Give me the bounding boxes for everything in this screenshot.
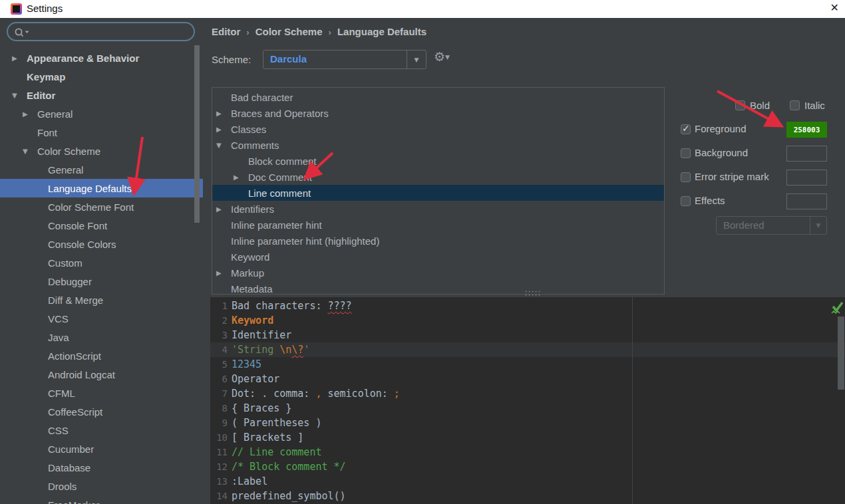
- preview-editor[interactable]: 1Bad characters: ????2Keyword3Identifier…: [210, 297, 845, 504]
- sidebar-item-drools[interactable]: Drools: [0, 477, 203, 495]
- attribute-item-inline-parameter-hint[interactable]: Inline parameter hint: [212, 217, 664, 233]
- sidebar-scrollbar[interactable]: [194, 45, 200, 223]
- error-stripe-mark-color-field[interactable]: [786, 170, 827, 186]
- editor-scrollbar[interactable]: [838, 316, 844, 390]
- sidebar-item-font[interactable]: Font: [0, 123, 203, 142]
- sidebar-item-general[interactable]: ▶General: [0, 104, 203, 123]
- sidebar-item-freemarker[interactable]: FreeMarker: [0, 495, 203, 504]
- sidebar-item-actionscript[interactable]: ActionScript: [0, 346, 203, 365]
- effects-checkbox[interactable]: [681, 196, 691, 206]
- sidebar-item-label: Android Logcat: [48, 369, 115, 380]
- bold-label: Bold: [750, 100, 770, 111]
- attribute-item-classes[interactable]: ▶Classes: [212, 121, 664, 137]
- attribute-item-identifiers[interactable]: ▶Identifiers: [212, 201, 664, 217]
- search-box[interactable]: [7, 22, 195, 41]
- preview-line-1[interactable]: 1Bad characters: ????: [210, 299, 845, 313]
- breadcrumb-item-color-scheme[interactable]: Color Scheme: [255, 26, 323, 37]
- inspections-ok-icon[interactable]: [830, 299, 844, 316]
- sidebar-item-language-defaults[interactable]: Language Defaults: [0, 179, 203, 197]
- preview-line-6[interactable]: 6Operator: [210, 372, 845, 386]
- sidebar-item-console-font[interactable]: Console Font: [0, 216, 203, 235]
- sidebar-item-css[interactable]: CSS: [0, 421, 203, 440]
- sidebar-item-java[interactable]: Java: [0, 328, 203, 346]
- chevron-down-icon[interactable]: ▼: [216, 142, 231, 149]
- breadcrumb-item-editor[interactable]: Editor: [212, 26, 240, 37]
- sidebar-item-label: Font: [37, 127, 57, 138]
- code-segment: ': [303, 344, 309, 356]
- scheme-actions-button[interactable]: ⚙▼: [434, 49, 450, 64]
- attribute-item-keyword[interactable]: Keyword: [212, 249, 664, 265]
- sidebar-item-android-logcat[interactable]: Android Logcat: [0, 365, 203, 384]
- preview-line-11[interactable]: 11// Line comment: [210, 445, 845, 459]
- code-segment: // Line comment: [232, 446, 321, 458]
- preview-line-9[interactable]: 9( Parentheses ): [210, 416, 845, 430]
- preview-line-5[interactable]: 512345: [210, 357, 845, 372]
- attribute-item-inline-parameter-hint-highlighted[interactable]: Inline parameter hint (highlighted): [212, 233, 664, 249]
- background-color-field[interactable]: [786, 146, 827, 162]
- sidebar-item-debugger[interactable]: Debugger: [0, 272, 203, 291]
- attribute-item-braces-and-operators[interactable]: ▶Braces and Operators: [212, 105, 664, 121]
- sidebar-item-keymap[interactable]: Keymap: [0, 67, 203, 86]
- sidebar-item-editor[interactable]: ▼Editor: [0, 86, 203, 104]
- preview-line-10[interactable]: 10[ Brackets ]: [210, 430, 845, 445]
- attribute-item-label: Classes: [231, 124, 266, 135]
- preview-line-2[interactable]: 2Keyword: [210, 313, 845, 328]
- chevron-right-icon[interactable]: ▶: [12, 55, 27, 62]
- sidebar-item-color-scheme-font[interactable]: Color Scheme Font: [0, 197, 203, 216]
- attribute-item-line-comment[interactable]: Line comment: [212, 185, 664, 201]
- preview-line-8[interactable]: 8{ Braces }: [210, 401, 845, 416]
- effects-style-dropdown[interactable]: Bordered ▼: [716, 216, 827, 235]
- chevron-right-icon[interactable]: ▶: [216, 269, 231, 277]
- window-title: Settings: [27, 3, 63, 14]
- sidebar-item-general[interactable]: General: [0, 160, 203, 179]
- breadcrumb-item-language-defaults[interactable]: Language Defaults: [337, 26, 426, 37]
- preview-line-14[interactable]: 14predefined_symbol(): [210, 489, 845, 503]
- attribute-item-metadata[interactable]: Metadata: [212, 281, 664, 295]
- scheme-dropdown[interactable]: Darcula ▼: [263, 50, 426, 69]
- chevron-down-icon[interactable]: ▼: [12, 92, 27, 99]
- sidebar-item-console-colors[interactable]: Console Colors: [0, 235, 203, 253]
- sidebar-item-coffeescript[interactable]: CoffeeScript: [0, 402, 203, 421]
- line-number: 6: [210, 374, 232, 384]
- sidebar-item-appearance-behavior[interactable]: ▶Appearance & Behavior: [0, 49, 203, 67]
- preview-line-12[interactable]: 12/* Block comment */: [210, 459, 845, 474]
- sidebar-item-database[interactable]: Database: [0, 458, 203, 477]
- foreground-color-field[interactable]: 258003: [786, 122, 827, 138]
- sidebar-item-cfml[interactable]: CFML: [0, 384, 203, 402]
- preview-line-13[interactable]: 13:Label: [210, 474, 845, 489]
- line-number: 14: [210, 491, 232, 501]
- code-segment: :Label: [232, 475, 267, 487]
- chevron-right-icon[interactable]: ▶: [216, 205, 231, 213]
- chevron-right-icon[interactable]: ▶: [216, 126, 231, 133]
- attribute-item-bad-character[interactable]: Bad character: [212, 89, 664, 105]
- sidebar-item-cucumber[interactable]: Cucumber: [0, 440, 203, 458]
- preview-line-7[interactable]: 7Dot: . comma: , semicolon: ;: [210, 386, 845, 401]
- scheme-dropdown-button[interactable]: ▼: [407, 51, 426, 68]
- splitter-handle[interactable]: ····· ·····: [521, 290, 545, 297]
- sidebar-item-custom[interactable]: Custom: [0, 253, 203, 272]
- attribute-item-markup[interactable]: ▶Markup: [212, 265, 664, 281]
- bold-checkbox[interactable]: [735, 100, 745, 110]
- error-stripe-mark-checkbox[interactable]: [681, 172, 691, 182]
- preview-line-4[interactable]: 4'String \n\?': [210, 342, 845, 357]
- preview-line-3[interactable]: 3Identifier: [210, 328, 845, 342]
- sidebar-item-vcs[interactable]: VCS: [0, 309, 203, 328]
- chevron-right-icon[interactable]: ▶: [23, 110, 37, 118]
- close-icon[interactable]: ✕: [830, 1, 839, 14]
- sidebar-item-color-scheme[interactable]: ▼Color Scheme: [0, 142, 203, 160]
- attribute-item-label: Inline parameter hint (highlighted): [231, 235, 379, 247]
- attribute-item-block-comment[interactable]: Block comment: [212, 153, 664, 169]
- check-icon: ✓: [682, 123, 690, 134]
- italic-checkbox[interactable]: [790, 100, 800, 110]
- sidebar-item-diff-merge[interactable]: Diff & Merge: [0, 291, 203, 309]
- effects-color-field[interactable]: [786, 193, 827, 209]
- attribute-item-comments[interactable]: ▼Comments: [212, 137, 664, 153]
- chevron-right-icon[interactable]: ▶: [234, 174, 248, 181]
- attribute-item-doc-comment[interactable]: ▶Doc Comment: [212, 169, 664, 185]
- chevron-right-icon[interactable]: ▶: [216, 110, 231, 117]
- background-checkbox[interactable]: [681, 148, 691, 158]
- foreground-checkbox[interactable]: ✓: [681, 124, 691, 134]
- search-input[interactable]: [32, 25, 186, 40]
- code-segment: predefined_symbol(): [232, 490, 346, 502]
- chevron-down-icon[interactable]: ▼: [23, 148, 37, 155]
